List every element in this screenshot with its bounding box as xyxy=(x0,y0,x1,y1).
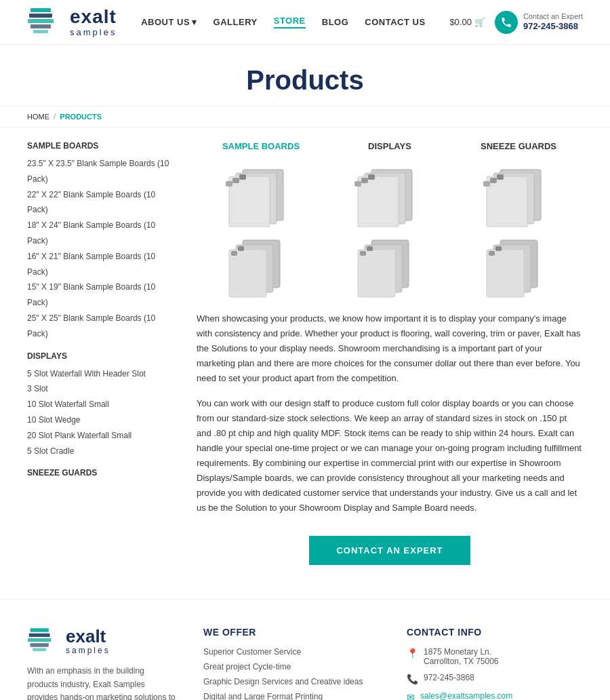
contact-expert-label: Contact an Expert xyxy=(523,12,583,21)
phone-circle-icon xyxy=(495,11,518,34)
svg-rect-42 xyxy=(33,648,46,652)
svg-rect-30 xyxy=(358,250,395,297)
description-p1: When showcasing your products, we know h… xyxy=(197,311,583,386)
sidebar-item[interactable]: 15" X 19" Blank Sample Boards (10 Pack) xyxy=(27,279,176,311)
svg-rect-38 xyxy=(30,629,49,632)
list-item: Superior Customer Service xyxy=(203,647,380,657)
logo-exalt: exalt xyxy=(70,7,117,28)
nav-blog[interactable]: BLOG xyxy=(322,17,349,27)
breadcrumb: HOME / PRODUCTS xyxy=(0,106,610,128)
list-item: 16" X 21" Blank Sample Boards (10 Pack) xyxy=(27,249,176,280)
footer-email: ✉ sales@exaltsamples.com xyxy=(407,691,583,700)
svg-rect-22 xyxy=(483,181,490,187)
list-item: 5 Slot Cradle xyxy=(27,444,176,459)
breadcrumb-home[interactable]: HOME xyxy=(27,113,49,121)
product-image-sg2[interactable] xyxy=(483,237,554,298)
sidebar-item[interactable]: 5 Slot Cradle xyxy=(27,444,176,459)
header-right: $0.00 🛒 Contact an Expert 972-245-3868 xyxy=(449,11,583,34)
footer-contact-col: CONTACT INFO 📍 1875 Monetary Ln. Carroll… xyxy=(407,627,583,700)
page-title: Products xyxy=(0,65,610,96)
list-item: 3 Slot xyxy=(27,381,176,397)
contact-expert: Contact an Expert 972-245-3868 xyxy=(495,11,583,34)
sidebar-item[interactable]: 16" X 21" Blank Sample Boards (10 Pack) xyxy=(27,249,176,280)
sidebar-item[interactable]: 10 Slot Waterfall Small xyxy=(27,397,176,412)
sidebar-item[interactable]: 22" X 22" Blank Sample Boards (10 Pack) xyxy=(27,187,176,218)
logo-area[interactable]: exalt samples xyxy=(27,7,117,37)
footer-phone: 📞 972-245-3868 xyxy=(407,673,583,684)
sidebar-item[interactable]: 20 Slot Plank Waterfall Small xyxy=(27,428,176,444)
sidebar-sample-boards-list: 23.5" X 23.5" Blank Sample Boards (10 Pa… xyxy=(27,156,176,342)
svg-rect-1 xyxy=(29,14,52,18)
svg-rect-2 xyxy=(28,19,54,23)
footer-we-offer-title: WE OFFER xyxy=(203,627,380,638)
nav-contact-us[interactable]: CONTACT US xyxy=(365,17,425,27)
product-image-sb2[interactable] xyxy=(226,237,297,298)
sidebar-item[interactable]: 10 Slot Wedge xyxy=(27,412,176,428)
breadcrumb-sep: / xyxy=(54,112,56,121)
svg-rect-31 xyxy=(367,246,373,251)
svg-rect-20 xyxy=(497,174,504,180)
category-sneeze-guards[interactable]: SNEEZE GUARDS xyxy=(454,141,583,151)
sidebar-section-sample-boards-title: SAMPLE BOARDS xyxy=(27,141,176,151)
list-item: Graphic Design Services and Creative ide… xyxy=(203,677,380,686)
footer-logo-samples: samples xyxy=(66,646,110,655)
list-item: 22" X 22" Blank Sample Boards (10 Pack) xyxy=(27,187,176,218)
list-item: 18" X 24" Blank Sample Boards (10 Pack) xyxy=(27,218,176,249)
nav-gallery[interactable]: GALLERY xyxy=(214,17,258,27)
svg-rect-41 xyxy=(30,643,49,646)
sidebar-item[interactable]: 18" X 24" Blank Sample Boards (10 Pack) xyxy=(27,218,176,249)
address-line1: 1875 Monetary Ln. xyxy=(424,647,499,657)
sidebar-item[interactable]: 23.5" X 23.5" Blank Sample Boards (10 Pa… xyxy=(27,156,176,187)
page-title-section: Products xyxy=(0,45,610,106)
footer-contact-title: CONTACT INFO xyxy=(407,627,583,638)
svg-rect-7 xyxy=(229,176,270,227)
footer-address: 📍 1875 Monetary Ln. Carrollton, TX 75006 xyxy=(407,647,583,666)
product-image-sg1[interactable] xyxy=(483,166,554,227)
sidebar-item[interactable]: 5 Slot Waterfall With Header Slot xyxy=(27,366,176,382)
contact-phone: 972-245-3868 xyxy=(523,21,583,33)
category-displays[interactable]: DISPLAYS xyxy=(325,141,454,151)
footer-email-link[interactable]: sales@exaltsamples.com xyxy=(420,691,512,700)
product-image-disp1[interactable] xyxy=(354,166,426,227)
sidebar-item[interactable]: 3 Slot xyxy=(27,381,176,397)
logo-text: exalt samples xyxy=(70,7,117,37)
list-item: 25" X 25" Blank Sample Boards (10 Pack) xyxy=(27,311,176,342)
footer-phone-number: 972-245-3868 xyxy=(424,673,474,682)
nav-store[interactable]: STORE xyxy=(274,16,306,28)
cart-amount: $0.00 xyxy=(449,17,472,27)
cta-button[interactable]: CONTACT AN EXPERT xyxy=(309,536,470,565)
product-image-disp2[interactable] xyxy=(354,237,426,298)
footer-address-text: 1875 Monetary Ln. Carrollton, TX 75006 xyxy=(424,647,499,666)
site-header: exalt samples ABOUT US ▾ GALLERY STORE B… xyxy=(0,0,610,45)
email-icon: ✉ xyxy=(407,692,415,700)
list-item: 20 Slot Plank Waterfall Small xyxy=(27,428,176,444)
main-content: SAMPLE BOARDS 23.5" X 23.5" Blank Sample… xyxy=(0,128,610,599)
svg-rect-9 xyxy=(232,178,239,183)
category-sample-boards[interactable]: SAMPLE BOARDS xyxy=(197,141,325,151)
sidebar-item[interactable]: 25" X 25" Blank Sample Boards (10 Pack) xyxy=(27,311,176,342)
logo-samples: samples xyxy=(70,28,117,37)
svg-rect-36 xyxy=(495,246,502,251)
footer-logo-text: exalt samples xyxy=(66,627,110,655)
logo-icon xyxy=(27,7,64,37)
svg-rect-40 xyxy=(28,638,52,642)
footer-description: With an emphasis in the building product… xyxy=(27,665,176,700)
svg-rect-26 xyxy=(238,246,244,251)
footer-main: exalt samples With an emphasis in the bu… xyxy=(0,599,610,700)
list-item: Great project Cycle-time xyxy=(203,662,380,672)
footer-logo-wrap: exalt samples xyxy=(27,627,176,655)
nav-about-us[interactable]: ABOUT US ▾ xyxy=(141,17,197,27)
product-image-sb1[interactable] xyxy=(226,166,297,227)
description-p2: You can work with our design staff to pr… xyxy=(197,396,583,516)
sidebar-section-sneeze-guards-title: SNEEZE GUARDS xyxy=(27,468,176,478)
cart-icon: 🛒 xyxy=(474,17,485,27)
list-item: 10 Slot Wedge xyxy=(27,412,176,428)
phone-icon xyxy=(500,16,512,28)
sidebar-section-displays-title: DISPLAYS xyxy=(27,351,176,361)
list-item: Digital and Large Format Printing xyxy=(203,692,380,700)
svg-rect-39 xyxy=(29,634,50,637)
list-item: 15" X 19" Blank Sample Boards (10 Pack) xyxy=(27,279,176,311)
list-item: 5 Slot Waterfall With Header Slot xyxy=(27,366,176,382)
cart-area[interactable]: $0.00 🛒 xyxy=(449,17,485,27)
footer-logo-icon xyxy=(27,627,61,655)
